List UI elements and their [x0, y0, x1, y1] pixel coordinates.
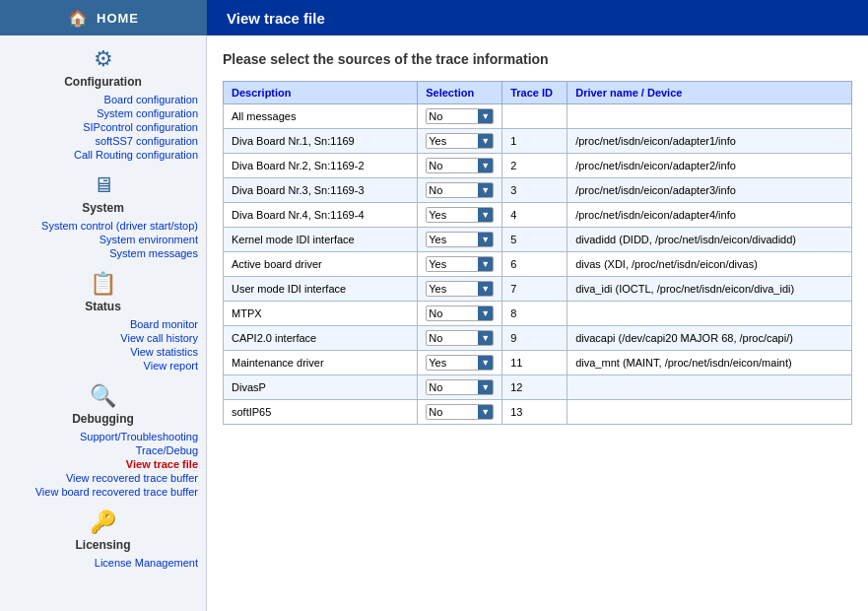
select-selection-7[interactable]: NoYes [427, 282, 478, 296]
sidebar-link-status-3[interactable]: View report [0, 359, 206, 373]
cell-traceid-4: 4 [502, 203, 568, 228]
select-selection-11[interactable]: NoYes [427, 380, 478, 394]
cell-driver-5: divadidd (DIDD, /proc/net/isdn/eicon/div… [568, 228, 852, 252]
cell-selection-2[interactable]: NoYes▼ [418, 154, 502, 178]
sidebar: ⚙ConfigurationBoard configurationSystem … [0, 35, 207, 611]
status-icon: 📋 [0, 270, 206, 298]
select-selection-5[interactable]: NoYes [427, 233, 478, 246]
cell-traceid-7: 7 [502, 277, 568, 302]
cell-selection-12[interactable]: NoYes▼ [418, 400, 502, 425]
main-content: Please select the sources of the trace i… [207, 35, 868, 611]
table-row: User mode IDI interfaceNoYes▼7diva_idi (… [224, 277, 852, 302]
select-arrow-icon: ▼ [478, 208, 493, 222]
cell-driver-9: divacapi (/dev/capi20 MAJOR 68, /proc/ca… [568, 326, 852, 351]
sidebar-link-configuration-4[interactable]: Call Routing configuration [0, 148, 206, 162]
table-row: CAPI2.0 interfaceNoYes▼9divacapi (/dev/c… [224, 326, 852, 351]
sidebar-link-debugging-1[interactable]: Trace/Debug [0, 443, 206, 457]
select-selection-2[interactable]: NoYes [427, 159, 478, 172]
select-arrow-icon: ▼ [478, 282, 493, 296]
sidebar-section-debugging: 🔍DebuggingSupport/TroubleshootingTrace/D… [0, 382, 206, 499]
sidebar-link-system-0[interactable]: System control (driver start/stop) [0, 219, 206, 233]
cell-description-4: Diva Board Nr.4, Sn:1169-4 [224, 203, 418, 228]
cell-selection-6[interactable]: NoYes▼ [418, 252, 502, 277]
select-selection-3[interactable]: NoYes [427, 183, 478, 197]
cell-traceid-6: 6 [502, 252, 568, 277]
sidebar-link-configuration-3[interactable]: softSS7 configuration [0, 134, 206, 148]
cell-selection-0[interactable]: NoYes▼ [418, 104, 502, 129]
sidebar-section-title-configuration: Configuration [0, 75, 206, 89]
cell-description-6: Active board driver [224, 252, 418, 277]
sidebar-link-configuration-0[interactable]: Board configuration [0, 93, 206, 106]
sidebar-section-licensing: 🔑LicensingLicense Management [0, 509, 206, 570]
cell-selection-7[interactable]: NoYes▼ [418, 277, 502, 302]
cell-traceid-2: 2 [502, 154, 568, 178]
select-selection-6[interactable]: NoYes [427, 257, 478, 271]
select-arrow-icon: ▼ [478, 109, 493, 123]
table-row: DivasPNoYes▼12 [224, 375, 852, 400]
select-selection-9[interactable]: NoYes [427, 331, 478, 345]
sidebar-link-debugging-4[interactable]: View board recovered trace buffer [0, 485, 206, 499]
cell-description-9: CAPI2.0 interface [224, 326, 418, 351]
sidebar-link-system-2[interactable]: System messages [0, 246, 206, 260]
trace-table: Description Selection Trace ID Driver na… [223, 81, 852, 425]
table-header-row: Description Selection Trace ID Driver na… [224, 82, 852, 104]
sidebar-link-debugging-2[interactable]: View trace file [0, 457, 206, 471]
select-arrow-icon: ▼ [478, 356, 493, 370]
cell-traceid-5: 5 [502, 228, 568, 252]
select-arrow-icon: ▼ [478, 405, 493, 419]
sidebar-link-debugging-3[interactable]: View recovered trace buffer [0, 471, 206, 485]
cell-description-7: User mode IDI interface [224, 277, 418, 302]
col-header-description: Description [224, 82, 418, 104]
col-header-driver: Driver name / Device [568, 82, 852, 104]
cell-selection-4[interactable]: NoYes▼ [418, 203, 502, 228]
table-row: Diva Board Nr.3, Sn:1169-3NoYes▼3/proc/n… [224, 178, 852, 203]
cell-selection-5[interactable]: NoYes▼ [418, 228, 502, 252]
cell-driver-10: diva_mnt (MAINT, /proc/net/isdn/eicon/ma… [568, 351, 852, 375]
select-selection-4[interactable]: NoYes [427, 208, 478, 222]
table-row: Diva Board Nr.2, Sn:1169-2NoYes▼2/proc/n… [224, 154, 852, 178]
cell-selection-8[interactable]: NoYes▼ [418, 302, 502, 326]
select-selection-0[interactable]: NoYes [427, 109, 478, 123]
cell-selection-1[interactable]: NoYes▼ [418, 129, 502, 154]
select-arrow-icon: ▼ [478, 134, 493, 148]
cell-driver-3: /proc/net/isdn/eicon/adapter3/info [568, 178, 852, 203]
cell-description-8: MTPX [224, 302, 418, 326]
sidebar-link-status-1[interactable]: View call history [0, 331, 206, 345]
cell-selection-3[interactable]: NoYes▼ [418, 178, 502, 203]
system-icon: 🖥 [0, 171, 206, 199]
sidebar-link-licensing-0[interactable]: License Management [0, 556, 206, 570]
license-icon: 🔑 [0, 509, 206, 536]
home-nav[interactable]: 🏠 HOME [0, 0, 207, 35]
layout: ⚙ConfigurationBoard configurationSystem … [0, 35, 868, 611]
cell-description-3: Diva Board Nr.3, Sn:1169-3 [224, 178, 418, 203]
sidebar-section-title-status: Status [0, 300, 206, 313]
sidebar-link-system-1[interactable]: System environment [0, 233, 206, 246]
cell-selection-10[interactable]: NoYes▼ [418, 351, 502, 375]
select-arrow-icon: ▼ [478, 331, 493, 345]
sidebar-section-status: 📋StatusBoard monitorView call historyVie… [0, 270, 206, 373]
cell-driver-8 [568, 302, 852, 326]
select-arrow-icon: ▼ [478, 159, 493, 172]
select-selection-8[interactable]: NoYes [427, 306, 478, 320]
sidebar-link-debugging-0[interactable]: Support/Troubleshooting [0, 430, 206, 443]
main-title: Please select the sources of the trace i… [223, 51, 852, 67]
cell-description-0: All messages [224, 104, 418, 129]
select-selection-10[interactable]: NoYes [427, 356, 478, 370]
select-selection-1[interactable]: NoYes [427, 134, 478, 148]
cell-driver-7: diva_idi (IOCTL, /proc/net/isdn/eicon/di… [568, 277, 852, 302]
cell-selection-9[interactable]: NoYes▼ [418, 326, 502, 351]
sidebar-section-system: 🖥SystemSystem control (driver start/stop… [0, 171, 206, 260]
cell-driver-6: divas (XDI, /proc/net/isdn/eicon/divas) [568, 252, 852, 277]
sidebar-link-status-2[interactable]: View statistics [0, 345, 206, 359]
cell-description-12: softIP65 [224, 400, 418, 425]
cell-traceid-12: 13 [502, 400, 568, 425]
sidebar-section-title-licensing: Licensing [0, 538, 206, 552]
cell-selection-11[interactable]: NoYes▼ [418, 375, 502, 400]
gear-icon: ⚙ [0, 45, 206, 73]
sidebar-link-configuration-2[interactable]: SIPcontrol configuration [0, 120, 206, 134]
select-selection-12[interactable]: NoYes [427, 405, 478, 419]
sidebar-link-status-0[interactable]: Board monitor [0, 317, 206, 331]
sidebar-link-configuration-1[interactable]: System configuration [0, 106, 206, 120]
select-arrow-icon: ▼ [478, 306, 493, 320]
cell-driver-0 [568, 104, 852, 129]
